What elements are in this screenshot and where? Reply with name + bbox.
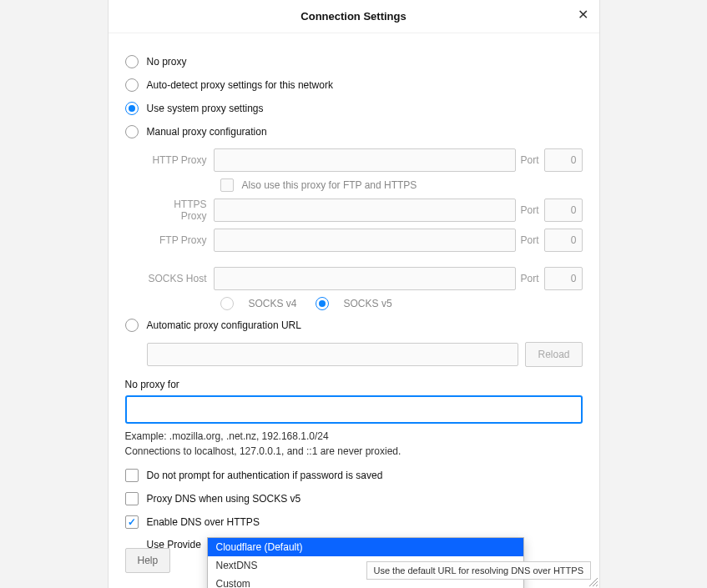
proxy-option-manual[interactable]: Manual proxy configuration	[125, 125, 583, 138]
ftp-proxy-input[interactable]	[214, 229, 516, 252]
proxy-dns-row[interactable]: Proxy DNS when using SOCKS v5	[125, 492, 583, 505]
help-button[interactable]: Help	[125, 548, 171, 573]
socks-v5-radio[interactable]	[316, 297, 329, 310]
also-use-label: Also use this proxy for FTP and HTTPS	[242, 179, 417, 191]
reload-button[interactable]: Reload	[525, 342, 582, 367]
radio-icon[interactable]	[125, 125, 139, 138]
proxy-option-auto-detect[interactable]: Auto-detect proxy settings for this netw…	[125, 78, 583, 92]
http-proxy-label: HTTP Proxy	[147, 154, 214, 166]
socks-host-input[interactable]	[214, 267, 516, 290]
radio-icon[interactable]	[125, 78, 139, 92]
no-prompt-checkbox[interactable]	[125, 469, 139, 482]
provider-tooltip: Use the default URL for resolving DNS ov…	[366, 561, 591, 580]
dialog-footer: Help	[125, 548, 171, 573]
checkboxes-block: Do not prompt for authentication if pass…	[125, 469, 583, 529]
provider-dropdown[interactable]: Cloudflare (Default) NextDNS Custom Use …	[207, 537, 524, 588]
no-prompt-row[interactable]: Do not prompt for authentication if pass…	[125, 469, 583, 482]
no-prompt-label: Do not prompt for authentication if pass…	[147, 470, 383, 481]
http-proxy-port[interactable]	[544, 148, 583, 172]
socks-v5-label: SOCKS v5	[344, 298, 392, 309]
socks-v4-radio[interactable]	[220, 297, 234, 310]
radio-icon[interactable]	[125, 319, 139, 332]
socks-version-row: SOCKS v4 SOCKS v5	[220, 297, 583, 310]
enable-doh-row[interactable]: Enable DNS over HTTPS	[125, 515, 583, 529]
no-proxy-note: Connections to localhost, 127.0.0.1, and…	[125, 445, 583, 457]
https-proxy-input[interactable]	[214, 199, 516, 222]
radio-label: Use system proxy settings	[147, 103, 264, 114]
radio-label: No proxy	[147, 56, 187, 68]
enable-doh-checkbox[interactable]	[125, 515, 139, 529]
ftp-proxy-port[interactable]	[544, 229, 583, 252]
https-proxy-row: HTTPS Proxy Port	[147, 199, 583, 222]
proxy-dns-label: Proxy DNS when using SOCKS v5	[147, 493, 301, 505]
also-use-checkbox[interactable]	[220, 178, 234, 192]
radio-label: Automatic proxy configuration URL	[147, 319, 301, 331]
port-label: Port	[516, 154, 544, 166]
auto-url-row: Reload	[147, 342, 583, 367]
proxy-dns-checkbox[interactable]	[125, 492, 139, 505]
dialog-header: Connection Settings ✕	[109, 0, 599, 33]
also-use-row: Also use this proxy for FTP and HTTPS	[220, 178, 583, 192]
close-icon[interactable]: ✕	[576, 8, 591, 23]
port-label: Port	[516, 273, 544, 284]
socks-v4-label: SOCKS v4	[249, 298, 297, 309]
provider-option-cloudflare[interactable]: Cloudflare (Default)	[208, 538, 523, 556]
dialog-title: Connection Settings	[300, 10, 406, 23]
port-label: Port	[516, 204, 544, 216]
enable-doh-label: Enable DNS over HTTPS	[147, 516, 260, 528]
provider-row: Use Provide Cloudflare (Default) NextDNS…	[147, 539, 583, 550]
proxy-option-auto-url[interactable]: Automatic proxy configuration URL	[125, 319, 583, 332]
socks-host-row: SOCKS Host Port	[147, 267, 583, 290]
proxy-option-no-proxy[interactable]: No proxy	[125, 55, 583, 68]
auto-url-input[interactable]	[147, 343, 519, 366]
ftp-proxy-row: FTP Proxy Port	[147, 229, 583, 252]
http-proxy-input[interactable]	[214, 148, 516, 172]
no-proxy-example: Example: .mozilla.org, .net.nz, 192.168.…	[125, 430, 583, 442]
no-proxy-for-input[interactable]	[125, 395, 583, 424]
port-label: Port	[516, 234, 544, 246]
socks-host-label: SOCKS Host	[147, 273, 214, 284]
radio-label: Auto-detect proxy settings for this netw…	[147, 79, 333, 91]
dialog-content: No proxy Auto-detect proxy settings for …	[109, 33, 599, 588]
radio-icon[interactable]	[125, 55, 139, 68]
https-proxy-label: HTTPS Proxy	[147, 199, 214, 222]
radio-icon[interactable]	[125, 102, 139, 115]
http-proxy-row: HTTP Proxy Port	[147, 148, 583, 172]
manual-proxy-block: HTTP Proxy Port Also use this proxy for …	[147, 148, 583, 310]
no-proxy-for-label: No proxy for	[125, 379, 583, 390]
connection-settings-dialog: Connection Settings ✕ No proxy Auto-dete…	[108, 0, 600, 588]
proxy-option-system[interactable]: Use system proxy settings	[125, 102, 583, 115]
ftp-proxy-label: FTP Proxy	[147, 234, 214, 246]
socks-host-port[interactable]	[544, 267, 583, 290]
https-proxy-port[interactable]	[544, 199, 583, 222]
radio-label: Manual proxy configuration	[147, 126, 267, 138]
